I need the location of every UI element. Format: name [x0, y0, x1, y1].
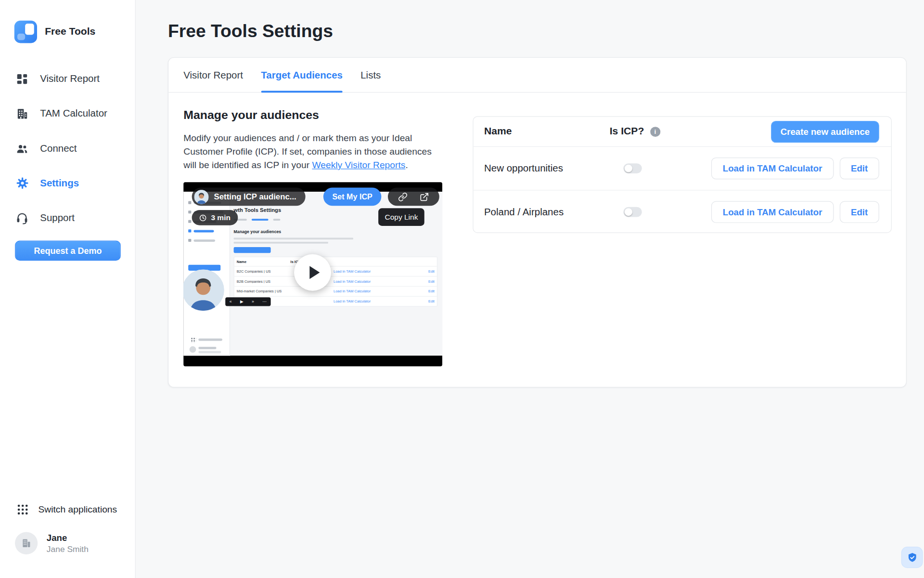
app-logo: Free Tools	[14, 21, 96, 43]
mini-table-row: B2B Companies | US Load in TAM Calculato…	[234, 276, 437, 286]
audience-row: Poland / Airplanes Load in TAM Calculato…	[474, 190, 891, 233]
description-period: .	[405, 160, 408, 170]
load-in-tam-calculator-button[interactable]: Load in TAM Calculator	[711, 158, 834, 179]
clock-icon	[199, 214, 207, 222]
edit-button[interactable]: Edit	[839, 201, 879, 223]
video-duration-badge: 3 min	[192, 210, 238, 225]
tab-target-audiences[interactable]: Target Audiences	[261, 58, 343, 92]
load-in-tam-calculator-button[interactable]: Load in TAM Calculator	[711, 201, 834, 223]
more-icon	[262, 300, 267, 304]
forward-icon	[252, 300, 254, 304]
icp-toggle[interactable]	[623, 163, 642, 173]
mini-dots-grid-icon	[191, 337, 196, 342]
mini-player-controls	[225, 297, 270, 306]
info-icon[interactable]	[650, 127, 660, 137]
people-icon	[15, 141, 29, 155]
section-description: Modify your audiences and / or mark them…	[183, 131, 435, 171]
user-menu[interactable]: Jane Jane Smith	[15, 532, 89, 554]
edit-button[interactable]: Edit	[839, 158, 879, 179]
video-presenter-avatar	[194, 190, 209, 204]
app-root: Free Tools Visitor Report TAM Calculator…	[0, 0, 924, 578]
user-full-name: Jane Smith	[47, 544, 89, 554]
switch-applications-label: Switch applications	[38, 504, 117, 515]
weekly-visitor-reports-link[interactable]: Weekly Visitor Reports	[312, 160, 405, 170]
app-name: Free Tools	[45, 26, 95, 38]
user-avatar	[15, 532, 38, 554]
dashboard-grid-icon	[15, 72, 29, 86]
audiences-table: Name Is ICP? Create new audience New opp…	[473, 116, 892, 233]
settings-card: Visitor Report Target Audiences Lists Ma…	[168, 57, 907, 388]
icp-toggle[interactable]	[623, 207, 642, 217]
tab-bar: Visitor Report Target Audiences Lists	[168, 58, 906, 92]
switch-applications[interactable]: Switch applications	[17, 504, 117, 515]
copy-link-tooltip[interactable]: Copy Link	[378, 208, 424, 226]
audiences-table-header: Name Is ICP? Create new audience	[474, 117, 891, 146]
free-tools-logo-icon	[14, 21, 37, 43]
sidebar-item-visitor-report[interactable]: Visitor Report	[0, 61, 135, 96]
audience-row: New opportunities Load in TAM Calculator…	[474, 147, 891, 190]
main-content: Free Tools Settings Visitor Report Targe…	[136, 0, 924, 578]
play-small-icon	[240, 300, 244, 304]
sidebar-nav: Visitor Report TAM Calculator Connect Se…	[0, 61, 135, 235]
sidebar-item-label: Connect	[40, 143, 77, 154]
video-title: Setting ICP audienc...	[214, 192, 296, 201]
mini-table-row: Mid-market Companies | US Load in TAM Ca…	[234, 286, 437, 296]
tab-visitor-report[interactable]: Visitor Report	[183, 58, 243, 92]
sidebar-item-tam-calculator[interactable]: TAM Calculator	[0, 96, 135, 131]
audience-name: Poland / Airplanes	[484, 206, 610, 217]
dots-grid-icon	[17, 504, 29, 515]
video-title-pill: Setting ICP audienc...	[192, 187, 306, 206]
sidebar-item-label: Support	[40, 212, 75, 223]
mini-create-button	[234, 247, 271, 253]
request-demo-button[interactable]: Request a Demo	[15, 241, 121, 261]
mini-user-avatar	[190, 346, 196, 353]
audience-name: New opportunities	[484, 163, 610, 174]
user-info: Jane Jane Smith	[47, 533, 89, 554]
column-name: Name	[484, 126, 610, 137]
mini-table-row: B2C Companies | US Load in TAM Calculato…	[234, 266, 437, 276]
tutorial-video[interactable]: wth Tools Settings Manage your audiences	[183, 182, 442, 366]
play-button[interactable]	[294, 254, 331, 291]
presenter-webcam	[183, 270, 224, 311]
mini-tabs	[234, 219, 281, 221]
building-icon	[15, 106, 29, 120]
play-icon	[309, 266, 320, 279]
set-my-icp-button[interactable]: Set My ICP	[323, 187, 381, 206]
link-icon[interactable]	[398, 192, 408, 202]
sidebar-item-label: Settings	[40, 178, 79, 189]
sidebar-item-support[interactable]: Support	[0, 200, 135, 235]
column-is-icp-label: Is ICP?	[610, 126, 644, 137]
user-name: Jane	[47, 533, 89, 543]
headset-icon	[15, 211, 29, 225]
section-heading: Manage your audiences	[183, 108, 319, 122]
rewind-icon	[230, 300, 232, 304]
video-duration: 3 min	[211, 213, 231, 222]
help-button[interactable]	[901, 547, 923, 568]
tab-lists[interactable]: Lists	[360, 58, 381, 92]
sidebar-item-settings[interactable]: Settings	[0, 166, 135, 200]
sidebar-item-connect[interactable]: Connect	[0, 131, 135, 166]
mini-section-heading: Manage your audiences	[234, 229, 282, 234]
shield-check-icon	[906, 552, 918, 563]
sidebar-item-label: Visitor Report	[40, 73, 100, 84]
gear-icon	[15, 176, 29, 190]
building-avatar-icon	[20, 538, 32, 549]
column-is-icp: Is ICP?	[610, 126, 660, 137]
external-link-icon[interactable]	[420, 192, 429, 202]
mini-col-name: Name	[237, 260, 291, 263]
page-title: Free Tools Settings	[168, 21, 333, 41]
mini-page-title: wth Tools Settings	[234, 207, 282, 213]
video-share-pill	[388, 187, 439, 206]
sidebar: Free Tools Visitor Report TAM Calculator…	[0, 0, 136, 578]
sidebar-item-label: TAM Calculator	[40, 108, 107, 119]
create-new-audience-button[interactable]: Create new audience	[771, 120, 879, 142]
